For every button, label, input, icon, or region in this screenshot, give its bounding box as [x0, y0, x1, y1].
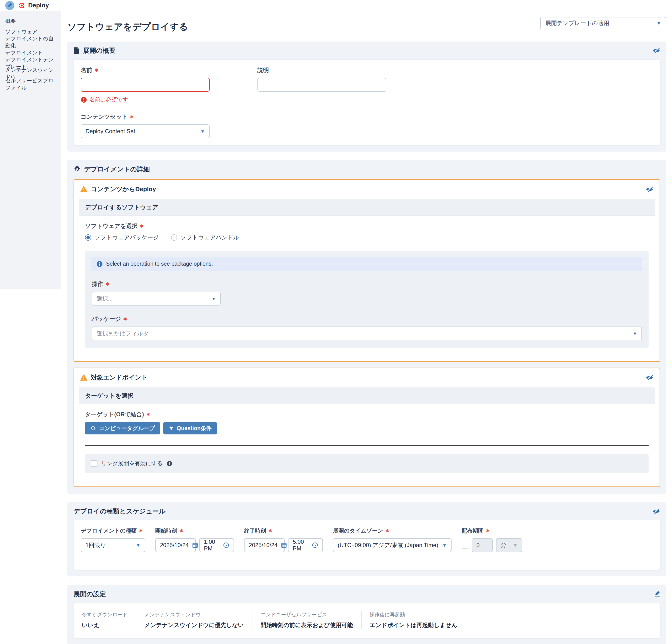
calendar-icon	[192, 542, 198, 548]
apply-template-dropdown[interactable]: 展開テンプレートの適用 ▼	[540, 17, 666, 29]
sidebar-item-self-service-profiles[interactable]: セルフサービスプロファイル	[0, 79, 61, 89]
pushpin-icon	[7, 3, 13, 8]
hide-section-eye-icon[interactable]	[652, 508, 660, 514]
edit-pencil-icon[interactable]	[653, 591, 660, 598]
setting-item: 今すぐダウンロード いいえ	[81, 611, 136, 629]
hide-section-eye-icon[interactable]	[646, 186, 653, 192]
section-title: デプロイメントの詳細	[84, 165, 150, 173]
timezone-label: 展開のタイムゾーン	[333, 527, 383, 534]
ring-deployment-label: リング展開を有効にする	[101, 460, 163, 467]
deployment-type-label: デプロイメントの種類	[81, 527, 136, 534]
package-label: パッケージ	[92, 315, 121, 323]
apply-template-dropdown-value: 展開テンプレートの適用	[545, 19, 609, 27]
error-icon	[81, 97, 87, 103]
required-marker: ✱	[268, 528, 272, 534]
radio-label: ソフトウェアバンドル	[181, 234, 239, 241]
targets-label: ターゲット(ORで結合)	[85, 411, 144, 418]
distribution-period-checkbox[interactable]	[461, 542, 468, 548]
subpanel-title: ターゲットを選択	[79, 387, 655, 404]
ring-deployment-checkbox[interactable]	[91, 460, 97, 467]
radio-selected-icon	[85, 234, 91, 241]
setting-item: 操作後に再起動 エンドポイントは再起動しません	[361, 611, 466, 629]
chevron-down-icon: ▼	[513, 543, 517, 548]
distribution-period-value: 0	[477, 542, 480, 548]
sidebar-item-overview[interactable]: 概要	[0, 16, 61, 26]
hide-section-eye-icon[interactable]	[652, 48, 660, 54]
distribution-period-unit-dropdown[interactable]: 分 ▼	[496, 538, 522, 552]
deployment-settings-section: 展開の設定 今すぐダウンロード いいえ メンテナンスウィンドウ	[67, 585, 666, 644]
content-set-value: Deploy Content Set	[85, 128, 135, 135]
deployment-type-dropdown[interactable]: 1回限り ▼	[81, 538, 145, 552]
distribution-period-label: 配布期間	[461, 527, 483, 534]
info-icon[interactable]	[166, 461, 172, 466]
subpanel-title: デプロイするソフトウェア	[79, 199, 655, 216]
timezone-dropdown[interactable]: (UTC+09:00) アジア/東京 (Japan Time) ▼	[333, 538, 452, 552]
description-label: 説明	[257, 66, 269, 74]
package-placeholder: 選択またはフィルタ...	[96, 330, 154, 337]
required-marker: ✱	[385, 528, 389, 534]
required-marker: ✱	[486, 528, 490, 534]
start-time-value: 1:00 PM	[204, 538, 220, 552]
page-title: ソフトウェアをデプロイする	[67, 21, 188, 33]
description-field[interactable]	[257, 78, 386, 92]
operation-label: 操作	[92, 280, 103, 288]
gear-icon	[74, 166, 81, 173]
hide-section-eye-icon[interactable]	[646, 375, 653, 381]
sidebar-item-deployment-automation[interactable]: デプロイメントの自動化	[0, 37, 61, 48]
required-marker: ✱	[130, 114, 134, 120]
end-time-label: 終了時刻	[244, 527, 266, 534]
deployment-type-value: 1回限り	[85, 542, 106, 549]
deployment-type-schedule-section: デプロイの種類とスケジュール デプロイメントの種類	[67, 502, 666, 576]
required-marker: ✱	[180, 528, 183, 534]
radio-software-package[interactable]: ソフトウェアパッケージ	[85, 234, 159, 241]
setting-value: 開始時刻の前に表示および使用可能	[261, 621, 353, 629]
setting-item: エンドユーザセルフサービス 開始時刻の前に表示および使用可能	[252, 611, 361, 629]
question-condition-button[interactable]: Question条件	[163, 422, 217, 435]
start-time-label: 開始時刻	[155, 527, 177, 534]
name-field[interactable]	[81, 78, 210, 92]
end-date-field[interactable]: 2025/10/24	[244, 538, 285, 552]
targets-input-underline	[85, 445, 649, 446]
end-time-field[interactable]: 5:00 PM	[288, 538, 323, 552]
info-icon	[96, 261, 103, 267]
deployment-details-section: デプロイメントの詳細 コンテンツからDeploy	[67, 160, 666, 494]
end-time-value: 5:00 PM	[293, 538, 309, 552]
button-label: コンピュータグループ	[99, 425, 155, 432]
document-icon	[74, 47, 80, 54]
computer-group-button[interactable]: コンピュータグループ	[85, 422, 160, 435]
deploy-from-content-box: コンテンツからDeploy デプロイするソフトウェア	[74, 179, 660, 362]
required-marker: ✱	[106, 281, 109, 287]
timezone-value: (UTC+09:00) アジア/東京 (Japan Time)	[338, 542, 438, 549]
clock-icon	[223, 542, 229, 548]
calendar-icon	[281, 542, 287, 548]
setting-label: 今すぐダウンロード	[82, 611, 128, 618]
info-banner-text: Select an operation to see package optio…	[106, 261, 213, 267]
name-label: 名前	[81, 66, 92, 74]
deploy-target-icon	[18, 2, 25, 9]
setting-label: 操作後に再起動	[370, 611, 457, 618]
section-title: デプロイの種類とスケジュール	[74, 507, 166, 515]
tanium-home-button[interactable]	[5, 1, 14, 10]
app-name: Deploy	[28, 2, 49, 9]
start-time-field[interactable]: 1:00 PM	[199, 538, 234, 552]
package-dropdown[interactable]: 選択またはフィルタ... ▼	[92, 327, 642, 340]
end-date-value: 2025/10/24	[249, 542, 277, 548]
content-set-dropdown[interactable]: Deploy Content Set ▼	[81, 124, 210, 138]
operation-dropdown[interactable]: 選択... ▼	[92, 292, 221, 305]
app-title: Deploy	[18, 2, 49, 9]
name-error-text: 名前は必須です	[89, 96, 128, 104]
deployment-overview-section: 展開の概要 名前 ✱	[67, 41, 666, 151]
required-marker: ✱	[140, 223, 144, 229]
section-title: 展開の設定	[74, 590, 106, 598]
select-software-label: ソフトウェアを選択	[85, 222, 137, 230]
button-label: Question条件	[177, 425, 212, 432]
radio-software-bundle[interactable]: ソフトウェアバンドル	[171, 234, 239, 241]
distribution-period-unit: 分	[501, 542, 506, 549]
top-bar: Deploy	[0, 0, 672, 11]
target-endpoints-box: 対象エンドポイント ターゲットを選択	[74, 368, 660, 487]
distribution-period-value-field[interactable]: 0	[472, 538, 493, 552]
box-title: コンテンツからDeploy	[91, 185, 156, 193]
start-date-field[interactable]: 2025/10/24	[155, 538, 196, 552]
start-date-value: 2025/10/24	[160, 542, 189, 548]
crosshair-icon	[90, 425, 96, 431]
